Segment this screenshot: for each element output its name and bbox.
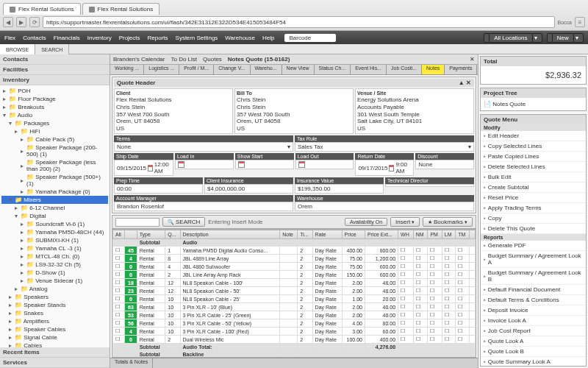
tree-item[interactable]: 📁 Mixers [1,196,108,204]
table-row[interactable]: ☐0Rental2JBL Line Array Amp Rack2Day Rat… [113,271,476,279]
column-header[interactable]: All [113,230,125,239]
tab-totals-notes[interactable]: Totals & Notes [110,358,153,368]
url-bar[interactable]: https://supportmaster.flexrentalsolution… [43,16,555,28]
column-header[interactable] [470,230,476,239]
table-row[interactable]: ☐4Rental103 Pin XLR Cable - 100' (Red)2D… [113,328,476,336]
tree-item[interactable]: 📁 Digital [1,212,108,220]
loadin-input[interactable] [175,160,234,169]
tab-browse[interactable]: BROWSE [0,44,35,54]
bookmarks-button[interactable]: ★ Bookmarks ▾ [423,217,473,227]
column-header[interactable] [125,230,137,239]
showstart-input[interactable] [235,160,294,169]
sidebar-section-recent[interactable]: Recent Items [0,347,110,358]
locations-select[interactable]: All Locations ▾ [484,33,542,43]
column-header[interactable]: Type [137,230,165,239]
calendar-icon[interactable] [148,165,153,171]
tree-item[interactable]: 📁 Signal Cable [1,333,108,342]
menu-action[interactable]: Budget Summary / Agreement Look B [481,268,586,285]
tree-item[interactable]: 📁 POH [1,87,108,95]
menu-action[interactable]: Default Terms & Conditions [481,295,586,305]
table-row[interactable]: ☐45Rental1Yamaha PM5D Digital Audio Cons… [113,247,476,255]
project-tree-item[interactable]: 📄 Notes Quote [481,98,586,110]
column-header[interactable]: Ti... [298,230,312,239]
table-row[interactable]: ☐56Rental103 Pin XLR Cable - 50' (Yellow… [113,319,476,328]
menu-item[interactable]: Financials [54,35,80,41]
menu-item[interactable]: Help [262,35,274,41]
close-icon[interactable]: ✕ [470,56,475,63]
tree-item[interactable]: 📁 Breakouts [1,103,108,111]
record-tab[interactable]: Job Costi... [387,65,422,74]
breadcrumb-item[interactable]: Quotes [203,56,222,63]
warehouse-select[interactable]: Orem [295,202,474,211]
tab-search[interactable]: SEARCH [35,44,69,54]
calendar-icon[interactable] [298,161,305,168]
menu-action[interactable]: Reset Price [481,193,586,203]
table-row[interactable]: SubtotalBackline [113,351,476,358]
tree-item[interactable]: 📁 6-12 Channel [1,204,108,212]
tree-item[interactable]: 📁 Venue Sidecar (1) [1,277,108,285]
column-header[interactable]: Price Ext... [365,230,398,239]
tree-item[interactable]: 📁 Audio [1,111,108,119]
column-header[interactable]: WH [398,230,414,239]
tree-item[interactable]: 📁 Amplifiers [1,317,108,325]
menu-action[interactable]: Edit Header [481,131,586,141]
menu-item[interactable]: Reports [148,35,168,41]
calendar-icon[interactable] [178,161,184,168]
table-row[interactable]: ☐0Rental10NL8 Speakon Cable - 25'2Day Ra… [113,295,476,303]
column-header[interactable]: PM [428,230,442,239]
table-row[interactable]: ☐0Rental4JBL 4880 Subwoofer2Day Rate75.0… [113,263,476,271]
menu-action[interactable]: Delete This Quote [481,224,586,234]
new-button[interactable]: New ▾ [547,33,584,43]
menu-action[interactable]: Copy [481,213,586,224]
menu-action[interactable]: Invoice Look A [481,316,586,326]
tree-item[interactable]: 📁 Floor Package [1,95,108,103]
menu-item[interactable]: Projects [119,35,140,41]
menu-action[interactable]: Default Financial Document [481,285,586,295]
back-icon[interactable]: ◀ [3,17,13,27]
tree-item[interactable]: 📁 Cables [1,342,108,347]
table-row[interactable]: ☐0Rental2Dual Wireless Mic2Day Rate100.0… [113,336,476,344]
column-header[interactable]: Q... [165,230,180,239]
account-mgr-input[interactable]: Brandon Rosenlof [114,202,293,211]
record-tab[interactable]: New View [282,65,315,74]
menu-action[interactable]: Bulk Edit [481,172,586,183]
menu-action[interactable]: Create Subtotal [481,183,586,193]
menu-action[interactable]: Apply Trading Terms [481,203,586,213]
tree-item[interactable]: 📁 LS9-32-32 Ch (5) [1,261,108,269]
tree-item[interactable]: 📁 Speaker Cables [1,325,108,333]
column-header[interactable]: TM [456,230,470,239]
terms-select[interactable]: None▾ [114,142,293,152]
tree-item[interactable]: 📁 Snakes [1,309,108,317]
barcode-input[interactable]: Barcode [284,34,336,42]
menu-item[interactable]: Warehouse [225,35,255,41]
menu-action[interactable]: Job Cost Report [481,326,586,336]
record-tab[interactable]: Wareho... [251,65,282,74]
loadout-input[interactable] [295,160,354,169]
menu-item[interactable]: System Settings [176,35,218,41]
menu-item[interactable]: Inventory [87,35,112,41]
column-header[interactable]: LM [442,230,455,239]
menu-action[interactable]: Budget Summary / Agreement Look A [481,251,586,268]
menu-icon[interactable]: ≡ [575,17,585,27]
return-date-input[interactable]: 09/17/20159:00 AM [355,160,414,176]
browser-tab[interactable]: Flex Rental Solutions [82,3,160,15]
menu-action[interactable]: Paste Copied Lines [481,152,586,162]
browser-tab[interactable]: Flex Rental Solutions [3,3,81,15]
tree-item[interactable]: 📁 SUBMIXI-KH (1) [1,236,108,244]
search-button[interactable]: 🔍 SEARCH [162,217,205,227]
table-row[interactable]: SubtotalAudio Total:4,276.00 [113,344,476,351]
tree-item[interactable]: 📁 Speakers [1,293,108,301]
tree-item[interactable]: 📁 Yamaha PM5D-48CH (44) [1,228,108,236]
reload-icon[interactable]: ⟳ [29,17,40,27]
table-row[interactable]: ☐4Rental8JBL 4889 Line Array2Day Rate75.… [113,255,476,263]
column-header[interactable]: Rate [312,230,342,239]
ship-date-input[interactable]: 09/15/201512:00 AM [114,160,173,176]
discount-select[interactable]: None [415,160,474,169]
record-tab[interactable]: Change V... [214,65,250,74]
insert-button[interactable]: Insert ▾ [390,217,420,227]
record-tab[interactable]: Working ... [110,65,144,74]
breadcrumb-item[interactable]: Branden's Calendar [113,56,165,63]
column-header[interactable]: Note [280,230,298,239]
menu-action[interactable]: Quote Look A [481,336,586,347]
column-header[interactable]: Description [180,230,280,239]
